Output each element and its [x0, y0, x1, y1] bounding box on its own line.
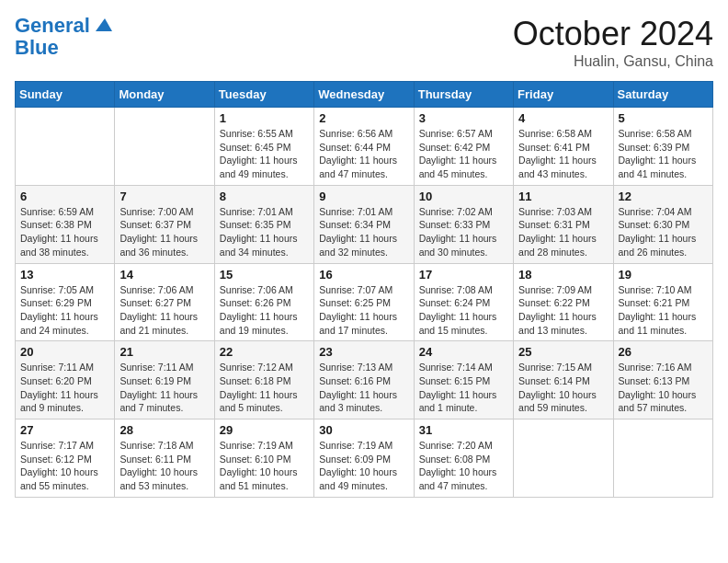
- day-number: 3: [419, 111, 508, 125]
- calendar-week-row: 6Sunrise: 6:59 AMSunset: 6:38 PMDaylight…: [16, 185, 713, 263]
- day-number: 12: [619, 190, 708, 203]
- col-saturday: Saturday: [613, 82, 712, 108]
- day-number: 6: [20, 190, 109, 203]
- table-row: 3Sunrise: 6:57 AMSunset: 6:42 PMDaylight…: [414, 108, 513, 186]
- logo-icon: [92, 15, 112, 35]
- day-info: Sunrise: 7:20 AMSunset: 6:08 PMDaylight:…: [419, 439, 508, 493]
- table-row: 6Sunrise: 6:59 AMSunset: 6:38 PMDaylight…: [16, 185, 115, 263]
- day-info: Sunrise: 7:18 AMSunset: 6:11 PMDaylight:…: [119, 439, 209, 493]
- day-info: Sunrise: 7:03 AMSunset: 6:31 PMDaylight:…: [518, 205, 608, 259]
- page-header: General Blue October 2024 Hualin, Gansu,…: [15, 15, 713, 70]
- day-info: Sunrise: 6:56 AMSunset: 6:44 PMDaylight:…: [319, 127, 408, 181]
- day-number: 24: [419, 345, 508, 359]
- day-number: 29: [220, 423, 309, 437]
- day-info: Sunrise: 7:04 AMSunset: 6:30 PMDaylight:…: [619, 205, 708, 259]
- table-row: 1Sunrise: 6:55 AMSunset: 6:45 PMDaylight…: [214, 108, 313, 186]
- table-row: 5Sunrise: 6:58 AMSunset: 6:39 PMDaylight…: [613, 108, 712, 186]
- day-number: 10: [419, 190, 508, 203]
- day-number: 11: [518, 190, 608, 203]
- table-row: [613, 419, 712, 498]
- day-info: Sunrise: 7:16 AMSunset: 6:13 PMDaylight:…: [619, 361, 708, 415]
- day-number: 19: [619, 268, 708, 282]
- table-row: [514, 419, 613, 498]
- day-number: 28: [119, 423, 209, 437]
- table-row: 2Sunrise: 6:56 AMSunset: 6:44 PMDaylight…: [314, 108, 414, 186]
- table-row: 13Sunrise: 7:05 AMSunset: 6:29 PMDayligh…: [16, 263, 115, 341]
- day-info: Sunrise: 7:09 AMSunset: 6:22 PMDaylight:…: [518, 283, 608, 338]
- col-monday: Monday: [115, 82, 214, 108]
- month-title: October 2024: [513, 15, 713, 53]
- table-row: 20Sunrise: 7:11 AMSunset: 6:20 PMDayligh…: [16, 341, 115, 419]
- table-row: 11Sunrise: 7:03 AMSunset: 6:31 PMDayligh…: [514, 185, 613, 263]
- day-number: 23: [319, 345, 408, 359]
- day-number: 13: [20, 268, 109, 282]
- calendar-table: Sunday Monday Tuesday Wednesday Thursday…: [15, 81, 713, 498]
- col-tuesday: Tuesday: [214, 82, 313, 108]
- table-row: 22Sunrise: 7:12 AMSunset: 6:18 PMDayligh…: [214, 341, 313, 419]
- table-row: 31Sunrise: 7:20 AMSunset: 6:08 PMDayligh…: [414, 419, 513, 498]
- day-number: 8: [220, 190, 309, 203]
- day-number: 17: [419, 268, 508, 282]
- table-row: 18Sunrise: 7:09 AMSunset: 6:22 PMDayligh…: [514, 263, 613, 341]
- table-row: [115, 108, 214, 186]
- day-info: Sunrise: 7:12 AMSunset: 6:18 PMDaylight:…: [220, 361, 309, 415]
- calendar-week-row: 13Sunrise: 7:05 AMSunset: 6:29 PMDayligh…: [16, 263, 713, 341]
- table-row: 25Sunrise: 7:15 AMSunset: 6:14 PMDayligh…: [514, 341, 613, 419]
- day-number: 2: [319, 111, 408, 125]
- day-info: Sunrise: 7:00 AMSunset: 6:37 PMDaylight:…: [119, 205, 209, 259]
- day-info: Sunrise: 7:10 AMSunset: 6:21 PMDaylight:…: [619, 283, 708, 338]
- day-number: 15: [220, 268, 309, 282]
- day-info: Sunrise: 7:01 AMSunset: 6:35 PMDaylight:…: [220, 205, 309, 259]
- table-row: 24Sunrise: 7:14 AMSunset: 6:15 PMDayligh…: [414, 341, 513, 419]
- day-number: 27: [20, 423, 109, 437]
- day-number: 7: [119, 190, 209, 203]
- day-info: Sunrise: 7:08 AMSunset: 6:24 PMDaylight:…: [419, 283, 508, 338]
- table-row: 28Sunrise: 7:18 AMSunset: 6:11 PMDayligh…: [115, 419, 214, 498]
- table-row: 15Sunrise: 7:06 AMSunset: 6:26 PMDayligh…: [214, 263, 313, 341]
- table-row: 26Sunrise: 7:16 AMSunset: 6:13 PMDayligh…: [613, 341, 712, 419]
- logo-text-line1: General: [15, 15, 90, 37]
- day-info: Sunrise: 7:19 AMSunset: 6:09 PMDaylight:…: [319, 439, 408, 493]
- calendar-week-row: 27Sunrise: 7:17 AMSunset: 6:12 PMDayligh…: [16, 419, 713, 498]
- col-friday: Friday: [514, 82, 613, 108]
- day-number: 16: [319, 268, 408, 282]
- day-info: Sunrise: 7:01 AMSunset: 6:34 PMDaylight:…: [319, 205, 408, 259]
- day-info: Sunrise: 7:13 AMSunset: 6:16 PMDaylight:…: [319, 361, 408, 415]
- day-number: 1: [220, 111, 309, 125]
- day-number: 4: [518, 111, 608, 125]
- day-number: 9: [319, 190, 408, 203]
- table-row: 27Sunrise: 7:17 AMSunset: 6:12 PMDayligh…: [16, 419, 115, 498]
- svg-marker-0: [96, 18, 112, 31]
- day-info: Sunrise: 7:17 AMSunset: 6:12 PMDaylight:…: [20, 439, 109, 493]
- day-info: Sunrise: 6:58 AMSunset: 6:41 PMDaylight:…: [518, 127, 608, 181]
- day-info: Sunrise: 7:19 AMSunset: 6:10 PMDaylight:…: [220, 439, 309, 493]
- day-number: 26: [619, 345, 708, 359]
- day-number: 5: [619, 111, 708, 125]
- day-info: Sunrise: 7:07 AMSunset: 6:25 PMDaylight:…: [319, 283, 408, 338]
- day-info: Sunrise: 6:59 AMSunset: 6:38 PMDaylight:…: [20, 205, 109, 259]
- table-row: 16Sunrise: 7:07 AMSunset: 6:25 PMDayligh…: [314, 263, 414, 341]
- day-number: 30: [319, 423, 408, 437]
- day-info: Sunrise: 7:06 AMSunset: 6:27 PMDaylight:…: [119, 283, 209, 338]
- day-info: Sunrise: 6:55 AMSunset: 6:45 PMDaylight:…: [220, 127, 309, 181]
- logo-text-line2: Blue: [15, 37, 112, 59]
- table-row: 17Sunrise: 7:08 AMSunset: 6:24 PMDayligh…: [414, 263, 513, 341]
- table-row: [16, 108, 115, 186]
- table-row: 21Sunrise: 7:11 AMSunset: 6:19 PMDayligh…: [115, 341, 214, 419]
- calendar-week-row: 20Sunrise: 7:11 AMSunset: 6:20 PMDayligh…: [16, 341, 713, 419]
- day-info: Sunrise: 7:02 AMSunset: 6:33 PMDaylight:…: [419, 205, 508, 259]
- table-row: 29Sunrise: 7:19 AMSunset: 6:10 PMDayligh…: [214, 419, 313, 498]
- col-wednesday: Wednesday: [314, 82, 414, 108]
- day-info: Sunrise: 7:05 AMSunset: 6:29 PMDaylight:…: [20, 283, 109, 338]
- day-info: Sunrise: 7:06 AMSunset: 6:26 PMDaylight:…: [220, 283, 309, 338]
- day-info: Sunrise: 6:58 AMSunset: 6:39 PMDaylight:…: [619, 127, 708, 181]
- location-subtitle: Hualin, Gansu, China: [513, 53, 713, 70]
- col-sunday: Sunday: [16, 82, 115, 108]
- day-info: Sunrise: 7:11 AMSunset: 6:20 PMDaylight:…: [20, 361, 109, 415]
- day-number: 31: [419, 423, 508, 437]
- calendar-week-row: 1Sunrise: 6:55 AMSunset: 6:45 PMDaylight…: [16, 108, 713, 186]
- table-row: 4Sunrise: 6:58 AMSunset: 6:41 PMDaylight…: [514, 108, 613, 186]
- table-row: 8Sunrise: 7:01 AMSunset: 6:35 PMDaylight…: [214, 185, 313, 263]
- table-row: 14Sunrise: 7:06 AMSunset: 6:27 PMDayligh…: [115, 263, 214, 341]
- day-info: Sunrise: 7:15 AMSunset: 6:14 PMDaylight:…: [518, 361, 608, 415]
